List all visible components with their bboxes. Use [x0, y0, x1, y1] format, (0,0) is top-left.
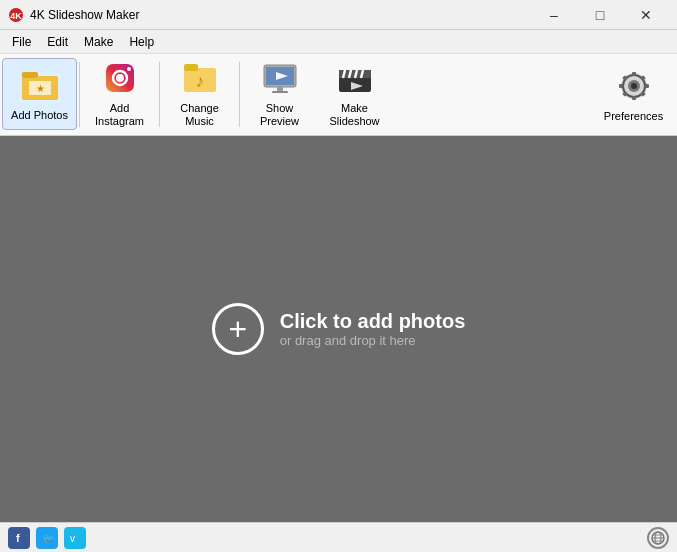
- svg-rect-32: [645, 84, 649, 88]
- menu-make[interactable]: Make: [76, 33, 121, 51]
- svg-point-8: [127, 67, 131, 71]
- twitter-icon[interactable]: 🐦: [36, 527, 58, 549]
- add-photos-button[interactable]: ★ Add Photos: [2, 58, 77, 130]
- add-photos-label: Add Photos: [11, 109, 68, 122]
- separator-3: [239, 62, 240, 127]
- svg-point-9: [116, 74, 124, 82]
- change-music-button[interactable]: ♪ Change Music: [162, 58, 237, 130]
- titlebar: 4K 4K Slideshow Maker – □ ✕: [0, 0, 677, 30]
- vimeo-icon[interactable]: v: [64, 527, 86, 549]
- svg-text:★: ★: [35, 83, 44, 94]
- svg-rect-3: [22, 72, 38, 78]
- show-preview-button[interactable]: Show Preview: [242, 58, 317, 130]
- close-button[interactable]: ✕: [623, 0, 669, 30]
- svg-rect-29: [632, 72, 636, 76]
- make-slideshow-icon: [335, 60, 375, 98]
- show-preview-icon: [260, 60, 300, 98]
- maximize-button[interactable]: □: [577, 0, 623, 30]
- svg-text:4K: 4K: [10, 11, 22, 21]
- svg-text:f: f: [16, 532, 20, 544]
- add-instagram-icon: [100, 60, 140, 98]
- separator-1: [79, 62, 80, 127]
- app-icon: 4K: [8, 7, 24, 23]
- window-controls: – □ ✕: [531, 0, 669, 30]
- preferences-icon: [614, 66, 654, 106]
- add-instagram-label: Add Instagram: [87, 102, 152, 128]
- svg-rect-30: [632, 96, 636, 100]
- prompt-text-group: Click to add photos or drag and drop it …: [280, 310, 466, 348]
- menu-file[interactable]: File: [4, 33, 39, 51]
- make-slideshow-label: Make Slideshow: [322, 102, 387, 128]
- toolbar: ★ Add Photos: [0, 54, 677, 136]
- statusbar: f 🐦 v: [0, 522, 677, 552]
- svg-text:♪: ♪: [195, 71, 204, 91]
- change-music-label: Change Music: [167, 102, 232, 128]
- add-instagram-button[interactable]: Add Instagram: [82, 58, 157, 130]
- app-title: 4K Slideshow Maker: [30, 8, 531, 22]
- toolbar-spacer: [392, 58, 596, 131]
- menu-edit[interactable]: Edit: [39, 33, 76, 51]
- facebook-icon[interactable]: f: [8, 527, 30, 549]
- svg-point-28: [631, 83, 637, 89]
- svg-text:v: v: [70, 533, 75, 544]
- minimize-button[interactable]: –: [531, 0, 577, 30]
- add-photos-prompt[interactable]: + Click to add photos or drag and drop i…: [212, 303, 466, 355]
- svg-rect-16: [277, 87, 283, 91]
- main-content[interactable]: + Click to add photos or drag and drop i…: [0, 136, 677, 522]
- add-photos-icon: ★: [20, 65, 60, 105]
- svg-rect-17: [272, 91, 288, 93]
- add-circle-icon: +: [212, 303, 264, 355]
- preferences-label: Preferences: [604, 110, 663, 123]
- svg-rect-11: [184, 64, 198, 71]
- language-globe-icon[interactable]: [647, 527, 669, 549]
- preferences-button[interactable]: Preferences: [596, 59, 671, 131]
- make-slideshow-button[interactable]: Make Slideshow: [317, 58, 392, 130]
- show-preview-label: Show Preview: [247, 102, 312, 128]
- menu-help[interactable]: Help: [121, 33, 162, 51]
- social-icons: f 🐦 v: [8, 527, 86, 549]
- separator-2: [159, 62, 160, 127]
- prompt-main-text: Click to add photos: [280, 310, 466, 333]
- svg-rect-31: [619, 84, 623, 88]
- menubar: File Edit Make Help: [0, 30, 677, 54]
- change-music-icon: ♪: [180, 60, 220, 98]
- preferences-area: Preferences: [596, 58, 675, 131]
- prompt-sub-text: or drag and drop it here: [280, 333, 466, 348]
- svg-text:🐦: 🐦: [42, 532, 54, 545]
